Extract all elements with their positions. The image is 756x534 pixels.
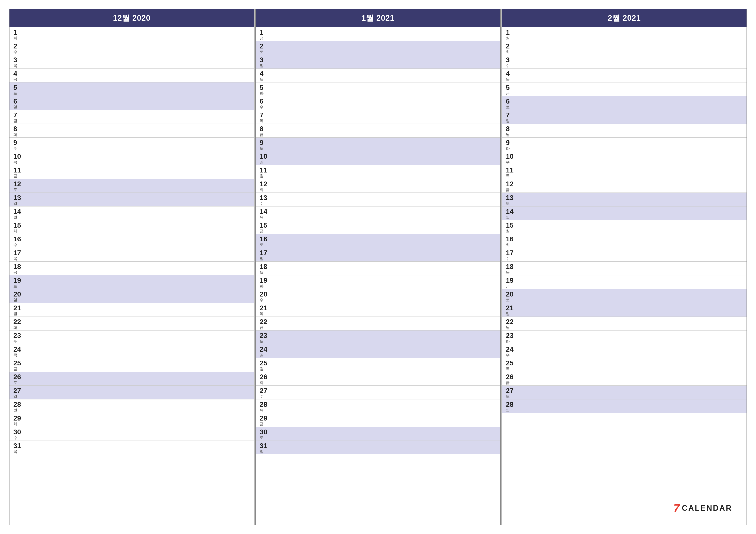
day-number-cell: 21일 [502,303,521,317]
day-number-cell: 12토 [10,179,29,192]
day-row: 6토 [502,96,746,110]
day-number-cell: 7일 [502,110,521,124]
day-content-cell [29,275,254,289]
day-row: 1화 [10,27,254,41]
day-num: 23 [260,332,267,339]
day-name: 일 [260,64,263,68]
day-content-cell [29,399,254,413]
day-num: 29 [260,415,267,422]
day-num: 17 [260,249,267,257]
day-row: 29금 [256,413,500,427]
day-number-cell: 20토 [502,289,521,303]
day-num: 5 [14,84,17,91]
day-number-cell: 5화 [256,83,275,96]
day-row: 5금 [502,83,746,96]
day-number-cell: 1금 [256,27,275,41]
day-num: 1 [14,29,17,36]
day-name: 토 [506,394,510,399]
day-number-cell: 19금 [502,275,521,289]
day-num: 27 [260,387,267,394]
day-num: 8 [260,125,263,133]
day-content-cell [29,41,254,55]
day-name: 일 [506,215,510,220]
day-content-cell [29,124,254,138]
day-number-cell: 13토 [502,193,521,206]
day-row: 27토 [502,386,746,399]
day-name: 일 [260,160,263,165]
day-number-cell: 24수 [502,344,521,358]
day-content-cell [521,317,746,330]
day-row: 7일 [502,110,746,124]
day-name: 일 [506,312,510,316]
day-name: 토 [14,188,17,192]
day-number-cell: 20수 [256,289,275,303]
day-name: 목 [506,270,510,275]
day-content-cell [29,165,254,179]
day-content-cell [521,179,746,192]
day-number-cell: 5토 [10,83,29,96]
day-num: 21 [260,304,267,312]
day-num: 22 [14,318,21,326]
day-number-cell: 15화 [10,220,29,234]
day-name: 화 [14,133,17,137]
day-content-cell [29,151,254,165]
month-col-feb2021: 2월 20211월2화3수4목5금6토7일8월9화10수11목12금13토14일… [501,9,747,525]
day-num: 12 [506,180,514,188]
day-row: 14월 [10,207,254,220]
day-content-cell [275,386,500,399]
day-num: 22 [260,318,267,326]
day-name: 월 [260,270,263,275]
day-name: 일 [14,298,17,302]
day-name: 목 [14,353,17,357]
day-content-cell [29,427,254,441]
day-row: 11금 [10,165,254,179]
day-name: 일 [260,353,263,357]
day-row: 25목 [502,358,746,372]
day-number-cell: 20일 [10,289,29,303]
day-num: 30 [260,428,267,436]
day-content-cell [275,207,500,220]
day-name: 금 [14,270,17,275]
day-num: 7 [260,111,263,119]
day-number-cell: 3목 [10,55,29,68]
day-num: 25 [14,359,21,367]
day-name: 목 [260,408,263,413]
day-content-cell [29,413,254,427]
day-content-cell [521,262,746,275]
day-num: 12 [14,180,21,188]
day-num: 10 [14,153,21,160]
day-row: 3일 [256,55,500,69]
day-content-cell [521,275,746,289]
day-row: 23수 [10,331,254,344]
day-num: 1 [506,29,510,36]
calendar-brand: 7 CALENDAR [673,502,732,515]
day-row: 11월 [256,165,500,179]
day-name: 수 [260,105,263,109]
day-num: 2 [506,42,510,50]
day-row: 27수 [256,386,500,399]
day-name: 토 [506,202,510,206]
day-num: 20 [14,291,21,298]
day-num: 25 [260,359,267,367]
day-row: 30수 [10,427,254,441]
day-num: 26 [260,373,267,381]
day-number-cell: 12금 [502,179,521,192]
day-content-cell [275,69,500,82]
day-number-cell: 29금 [256,413,275,427]
day-num: 28 [260,401,267,408]
day-name: 월 [14,312,17,316]
day-number-cell: 4금 [10,69,29,82]
day-row: 20수 [256,289,500,303]
day-content-cell [275,275,500,289]
day-num: 28 [506,401,514,408]
day-content-cell [29,331,254,344]
day-number-cell: 27일 [10,386,29,399]
day-number-cell: 7월 [10,110,29,124]
day-num: 16 [260,235,267,243]
day-number-cell: 27토 [502,386,521,399]
day-name: 월 [506,326,510,330]
day-num: 23 [14,332,21,339]
day-number-cell: 17수 [502,248,521,261]
day-name: 토 [14,284,17,289]
day-num: 22 [506,318,514,326]
